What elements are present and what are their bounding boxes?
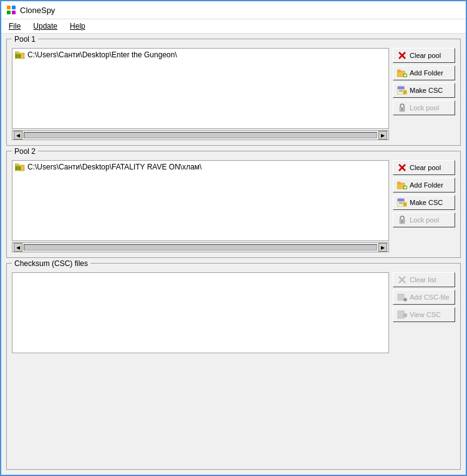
svg-rect-5 — [15, 52, 19, 54]
pool2-scroll-track[interactable] — [24, 244, 377, 250]
pool2-item: C:\Users\Санти\Desktop\FATALITY RAVE ON\… — [15, 162, 386, 172]
pool1-group: Pool 1 — [6, 39, 461, 146]
svg-point-24 — [402, 108, 403, 110]
pool1-make-csc-icon — [397, 85, 407, 95]
pool2-buttons: Clear pool Add Folder — [393, 160, 455, 227]
title-bar: CloneSpy — [1, 1, 466, 19]
window-title: CloneSpy — [20, 6, 55, 15]
checksum-buttons: Clear list Add CSC-file — [393, 272, 455, 322]
pool2-make-csc-label: Make CSC — [410, 199, 443, 206]
menu-help[interactable]: Help — [67, 21, 88, 32]
svg-rect-38 — [398, 199, 404, 201]
pool1-path: C:\Users\Санти\Desktop\Enter the Gungeon… — [27, 50, 177, 59]
pool2-label: Pool 2 — [12, 147, 38, 156]
menu-update[interactable]: Update — [31, 21, 60, 32]
pool2-left: C:\Users\Санти\Desktop\FATALITY RAVE ON\… — [12, 160, 389, 252]
pool1-buttons: Clear pool Add Folder — [393, 48, 455, 115]
pool2-scroll-right[interactable]: ▶ — [378, 243, 387, 252]
pool1-make-csc-label: Make CSC — [410, 87, 443, 94]
svg-rect-26 — [15, 164, 19, 166]
pool1-content: C:\Users\Санти\Desktop\Enter the Gungeon… — [12, 48, 455, 140]
pool1-scroll-right[interactable]: ▶ — [378, 131, 387, 140]
pool2-group: Pool 2 — [6, 151, 461, 258]
pool1-scroll-track[interactable] — [24, 132, 377, 138]
checksum-list[interactable] — [12, 272, 389, 353]
pool1-scroll-left[interactable]: ◀ — [14, 131, 22, 140]
checksum-view-csc-label: View CSC — [410, 311, 441, 318]
checksum-view-csc-icon — [397, 310, 407, 320]
pool1-add-folder-label: Add Folder — [410, 69, 443, 77]
pool2-lock-icon — [397, 215, 407, 225]
checksum-add-csc-label: Add CSC-file — [410, 293, 450, 301]
main-content: Pool 1 — [1, 34, 466, 475]
pool2-lock-button[interactable]: Lock pool — [393, 212, 455, 227]
pool2-clear-label: Clear pool — [410, 164, 441, 171]
menu-file[interactable]: File — [6, 21, 23, 32]
pool2-scrollbar[interactable]: ◀ ▶ — [12, 242, 389, 252]
menu-bar: File Update Help — [1, 19, 466, 34]
pool1-lock-label: Lock pool — [410, 104, 439, 112]
pool2-add-folder-button[interactable]: Add Folder — [393, 178, 455, 193]
pool1-make-csc-button[interactable]: Make CSC — [393, 83, 455, 98]
pool2-clear-button[interactable]: Clear pool — [393, 160, 455, 175]
pool1-item: C:\Users\Санти\Desktop\Enter the Gungeon… — [15, 50, 386, 60]
svg-rect-33 — [397, 182, 400, 184]
checksum-clear-button[interactable]: Clear list — [393, 272, 455, 287]
pool2-make-csc-button[interactable]: Make CSC — [393, 195, 455, 210]
pool1-left: C:\Users\Санти\Desktop\Enter the Gungeon… — [12, 48, 389, 140]
checksum-label: Checksum (CSC) files — [12, 259, 90, 268]
pool2-list[interactable]: C:\Users\Санти\Desktop\FATALITY RAVE ON\… — [12, 160, 389, 241]
checksum-group: Checksum (CSC) files Clear list — [6, 263, 461, 470]
svg-rect-0 — [7, 6, 11, 9]
svg-rect-48 — [398, 294, 404, 300]
app-icon — [6, 5, 16, 15]
pool2-content: C:\Users\Санти\Desktop\FATALITY RAVE ON\… — [12, 160, 455, 252]
pool1-lock-button[interactable]: Lock pool — [393, 100, 455, 115]
svg-rect-3 — [12, 11, 16, 14]
pool1-clear-icon — [397, 50, 407, 60]
checksum-clear-label: Clear list — [410, 276, 436, 283]
pool2-make-csc-icon — [397, 198, 407, 207]
pool2-clear-icon — [397, 163, 407, 173]
pool2-add-folder-label: Add Folder — [410, 181, 443, 189]
pool1-clear-label: Clear pool — [410, 52, 441, 59]
pool1-list[interactable]: C:\Users\Санти\Desktop\Enter the Gungeon… — [12, 48, 389, 129]
svg-point-45 — [402, 221, 403, 222]
pool2-path: C:\Users\Санти\Desktop\FATALITY RAVE ON\… — [27, 163, 201, 171]
svg-rect-12 — [397, 70, 400, 72]
svg-rect-1 — [12, 6, 16, 9]
checksum-clear-icon — [397, 275, 407, 285]
svg-point-54 — [405, 315, 406, 316]
checksum-add-csc-icon — [397, 292, 407, 302]
pool1-scrollbar[interactable]: ◀ ▶ — [12, 130, 389, 140]
pool2-scroll-left[interactable]: ◀ — [14, 243, 22, 252]
pool2-lock-label: Lock pool — [410, 216, 439, 224]
main-window: CloneSpy File Update Help Pool 1 — [0, 0, 467, 476]
pool1-add-folder-icon — [397, 68, 407, 78]
svg-rect-2 — [7, 11, 11, 14]
pool1-lock-icon — [397, 103, 407, 113]
checksum-view-csc-button[interactable]: View CSC — [393, 307, 455, 322]
pool1-folder-icon — [15, 50, 25, 59]
svg-rect-17 — [398, 87, 404, 89]
svg-rect-52 — [398, 311, 404, 318]
pool2-add-folder-icon — [397, 180, 407, 190]
pool2-folder-icon — [15, 163, 25, 171]
pool1-clear-button[interactable]: Clear pool — [393, 48, 455, 63]
checksum-add-csc-button[interactable]: Add CSC-file — [393, 290, 455, 305]
checksum-content: Clear list Add CSC-file — [12, 272, 455, 464]
pool1-label: Pool 1 — [12, 35, 38, 44]
pool1-add-folder-button[interactable]: Add Folder — [393, 65, 455, 80]
